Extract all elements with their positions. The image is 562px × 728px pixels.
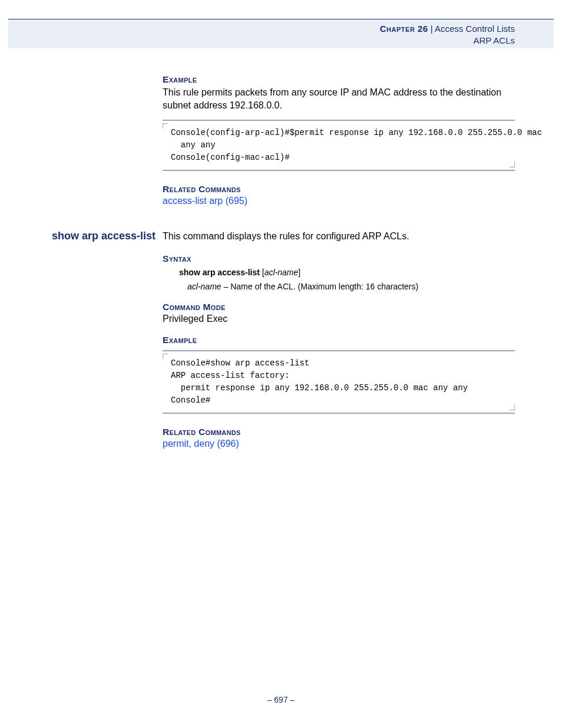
- command-description: This command displays the rules for conf…: [163, 230, 409, 243]
- example-heading-2: Example: [163, 335, 515, 345]
- command-mode-heading: Command Mode: [163, 302, 515, 312]
- chapter-label: Chapter 26: [380, 24, 428, 34]
- syntax-command: show arp access-list: [179, 268, 260, 277]
- syntax-param: acl-name: [265, 268, 299, 277]
- example-text: This rule permits packets from any sourc…: [163, 86, 515, 111]
- command-name: show arp access-list: [47, 230, 163, 242]
- param-line: acl-name – Name of the ACL. (Maximum len…: [187, 282, 515, 291]
- related-commands-heading-2: Related Commands: [163, 427, 515, 437]
- example-heading: Example: [163, 74, 515, 85]
- related-commands-heading: Related Commands: [163, 184, 515, 195]
- command-mode-text: Privileged Exec: [163, 314, 515, 324]
- code-block-2: Console#show arp access-list ARP access-…: [163, 350, 515, 414]
- related-link-2[interactable]: permit, deny (696): [163, 439, 515, 449]
- chapter-title: Access Control Lists: [435, 24, 515, 34]
- param-name: acl-name: [187, 282, 222, 291]
- syntax-line: show arp access-list [acl-name]: [179, 268, 515, 277]
- page-number: – 697 –: [0, 695, 562, 704]
- param-desc: – Name of the ACL. (Maximum length: 16 c…: [222, 282, 419, 291]
- page-header: Chapter 26 | Access Control Lists ARP AC…: [8, 19, 554, 48]
- chapter-sep: |: [428, 24, 435, 34]
- syntax-bracket-open: [: [260, 268, 265, 277]
- related-link[interactable]: access-list arp (695): [163, 196, 515, 206]
- code-block: Console(config-arp-acl)#$permit response…: [163, 120, 515, 171]
- chapter-subtitle: ARP ACLs: [8, 35, 515, 47]
- syntax-bracket-close: ]: [298, 268, 300, 277]
- syntax-heading: Syntax: [163, 253, 515, 264]
